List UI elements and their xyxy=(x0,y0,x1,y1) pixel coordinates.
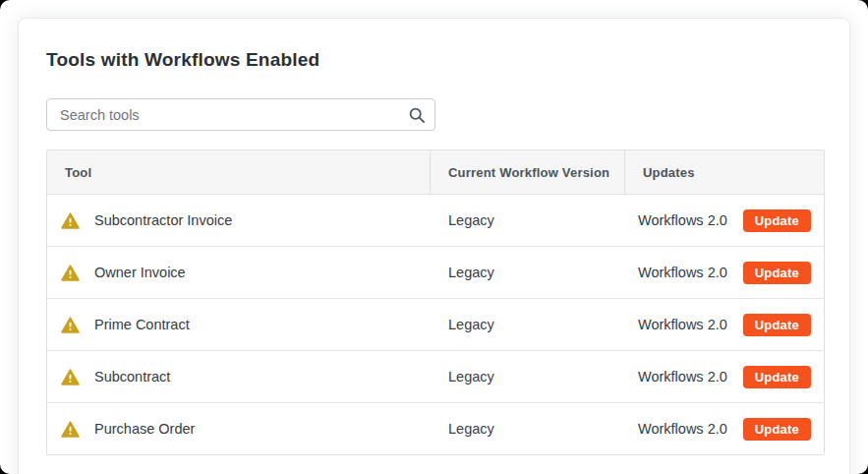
column-header-updates: Updates xyxy=(625,150,824,194)
update-target-label: Workflows 2.0 xyxy=(638,212,727,228)
column-header-version: Current Workflow Version xyxy=(431,150,625,194)
tool-name: Owner Invoice xyxy=(94,265,186,280)
search-box xyxy=(46,98,435,131)
table-row: Subcontract Legacy Workflows 2.0 Update xyxy=(47,351,824,403)
tool-name: Subcontract xyxy=(94,369,170,385)
update-button[interactable]: Update xyxy=(743,209,811,232)
update-target-label: Workflows 2.0 xyxy=(638,265,727,280)
update-button[interactable]: Update xyxy=(743,262,811,284)
table-row: Owner Invoice Legacy Workflows 2.0 Updat… xyxy=(47,247,824,299)
warning-icon xyxy=(61,421,80,438)
update-button[interactable]: Update xyxy=(743,418,811,441)
update-target-label: Workflows 2.0 xyxy=(638,369,727,385)
search-icon[interactable] xyxy=(409,107,425,123)
table-row: Subcontractor Invoice Legacy Workflows 2… xyxy=(47,195,824,247)
workflow-version: Legacy xyxy=(431,247,625,298)
tool-name: Subcontractor Invoice xyxy=(94,212,232,228)
app-screen: Tools with Workflows Enabled Tool Curren… xyxy=(0,0,868,474)
table-row: Prime Contract Legacy Workflows 2.0 Upda… xyxy=(47,299,824,351)
warning-icon xyxy=(61,369,80,385)
workflow-tools-table: Tool Current Workflow Version Updates Su… xyxy=(46,149,825,455)
table-header-row: Tool Current Workflow Version Updates xyxy=(47,150,824,195)
workflow-version: Legacy xyxy=(431,351,625,402)
tool-name: Prime Contract xyxy=(94,317,190,332)
update-target-label: Workflows 2.0 xyxy=(638,317,727,332)
update-target-label: Workflows 2.0 xyxy=(638,421,727,437)
workflow-version: Legacy xyxy=(431,299,625,350)
table-row: Purchase Order Legacy Workflows 2.0 Upda… xyxy=(47,403,824,454)
column-header-tool: Tool xyxy=(47,150,431,194)
page-title: Tools with Workflows Enabled xyxy=(46,49,822,71)
warning-icon xyxy=(61,317,80,333)
tools-card: Tools with Workflows Enabled Tool Curren… xyxy=(18,18,850,474)
update-button[interactable]: Update xyxy=(743,366,811,388)
warning-icon xyxy=(61,212,80,229)
tool-name: Purchase Order xyxy=(94,421,195,437)
search-input[interactable] xyxy=(46,98,435,131)
workflow-version: Legacy xyxy=(431,403,625,454)
update-button[interactable]: Update xyxy=(743,314,811,336)
workflow-version: Legacy xyxy=(431,195,625,246)
warning-icon xyxy=(61,265,80,281)
